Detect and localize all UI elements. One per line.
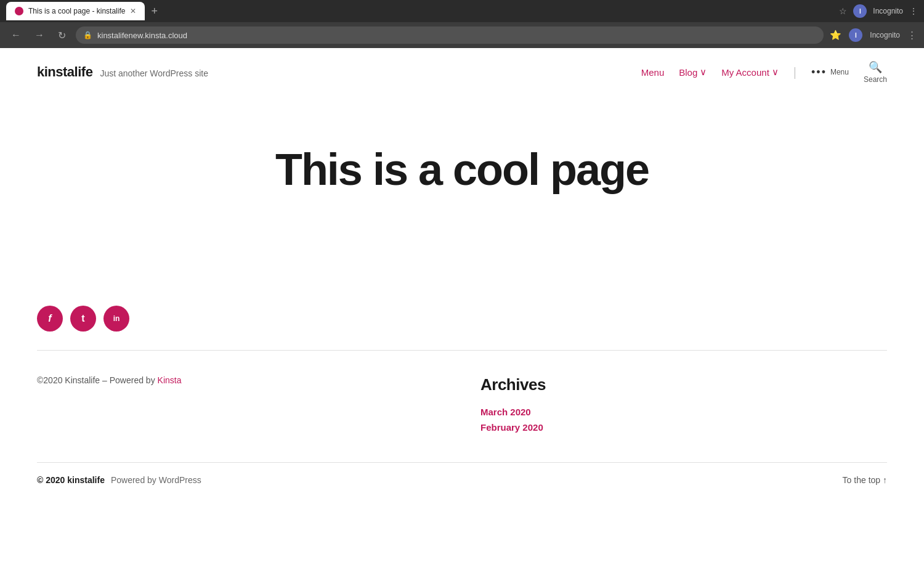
- tab-favicon: [15, 7, 23, 15]
- tab-close-button[interactable]: ✕: [130, 7, 136, 15]
- incognito-label: Incognito: [873, 7, 903, 15]
- nav-more-button[interactable]: ••• Menu: [811, 66, 849, 79]
- site-branding: kinstalife Just another WordPress site: [37, 64, 208, 80]
- incognito-label-2: Incognito: [870, 31, 900, 39]
- nav-my-account[interactable]: My Account ∨: [721, 67, 779, 78]
- linkedin-icon: in: [113, 314, 120, 323]
- address-text: kinstalifenew.kinsta.cloud: [97, 31, 187, 40]
- search-button[interactable]: 🔍 Search: [864, 60, 887, 84]
- search-icon: 🔍: [869, 60, 882, 74]
- nav-menu[interactable]: Menu: [641, 67, 665, 78]
- footer-powered-by: Powered by WordPress: [111, 475, 201, 485]
- to-top-button[interactable]: To the top ↑: [843, 475, 887, 485]
- tab-bar: This is a cool page - kinstalife ✕ +: [6, 2, 834, 20]
- profile-badge[interactable]: I: [853, 4, 867, 18]
- footer-copyright: ©2020 Kinstalife – Powered by Kinsta: [37, 375, 444, 438]
- site-tagline: Just another WordPress site: [100, 68, 208, 78]
- site-navigation: Menu Blog ∨ My Account ∨ | ••• Menu 🔍 Se…: [641, 60, 887, 84]
- reload-button[interactable]: ↻: [54, 27, 70, 44]
- facebook-icon: f: [48, 313, 51, 324]
- browser-tab[interactable]: This is a cool page - kinstalife ✕: [6, 2, 145, 20]
- browser-menu-icon-2[interactable]: ⋮: [907, 30, 917, 41]
- nav-separator: |: [793, 65, 796, 79]
- browser-toolbar-right: ☆ I Incognito ⋮: [839, 4, 918, 18]
- footer-bottom: © 2020 kinstalife Powered by WordPress T…: [0, 463, 924, 503]
- page-title: This is a cool page: [275, 145, 649, 194]
- archive-link-march[interactable]: March 2020: [480, 407, 887, 417]
- nav-blog[interactable]: Blog ∨: [679, 67, 707, 78]
- linkedin-button[interactable]: in: [103, 306, 129, 332]
- footer-middle: ©2020 Kinstalife – Powered by Kinsta Arc…: [0, 351, 924, 462]
- address-bar-right: ⭐ I Incognito ⋮: [830, 28, 917, 42]
- account-badge[interactable]: I: [849, 28, 862, 42]
- bookmark-icon[interactable]: ☆: [839, 6, 847, 16]
- browser-chrome: This is a cool page - kinstalife ✕ + ☆ I…: [0, 0, 924, 22]
- address-bar[interactable]: 🔒 kinstalifenew.kinsta.cloud: [76, 26, 824, 44]
- archive-link-february[interactable]: February 2020: [480, 422, 887, 433]
- footer-archives: Archives March 2020 February 2020: [480, 375, 887, 438]
- footer-copy: © 2020 kinstalife: [37, 475, 105, 485]
- forward-button[interactable]: →: [31, 27, 48, 43]
- kinsta-link[interactable]: Kinsta: [158, 375, 182, 385]
- back-button[interactable]: ←: [7, 27, 25, 43]
- main-content: This is a cool page: [0, 96, 924, 293]
- more-dots-icon: •••: [811, 66, 827, 79]
- tab-title: This is a cool page - kinstalife: [28, 7, 125, 15]
- social-icons: f t in: [37, 306, 887, 332]
- new-tab-button[interactable]: +: [147, 4, 161, 19]
- extensions-icon[interactable]: ⭐: [830, 30, 841, 41]
- footer-bottom-left: © 2020 kinstalife Powered by WordPress: [37, 475, 201, 485]
- twitter-button[interactable]: t: [70, 306, 96, 332]
- twitter-icon: t: [81, 313, 84, 324]
- address-bar-row: ← → ↻ 🔒 kinstalifenew.kinsta.cloud ⭐ I I…: [0, 22, 924, 48]
- site-title: kinstalife: [37, 64, 92, 80]
- browser-menu-icon[interactable]: ⋮: [909, 6, 918, 16]
- footer-social: f t in: [0, 293, 924, 350]
- lock-icon: 🔒: [83, 31, 92, 39]
- site-header: kinstalife Just another WordPress site M…: [0, 48, 924, 96]
- website: kinstalife Just another WordPress site M…: [0, 48, 924, 503]
- copyright-text: ©2020 Kinstalife – Powered by: [37, 375, 158, 385]
- facebook-button[interactable]: f: [37, 306, 63, 332]
- archives-title: Archives: [480, 375, 887, 394]
